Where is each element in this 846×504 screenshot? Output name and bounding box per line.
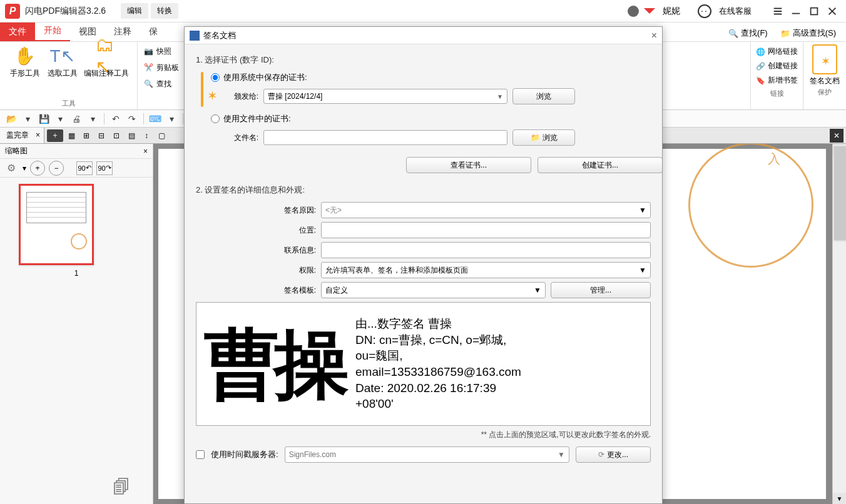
tab-tool-4[interactable]: ⊡ <box>110 129 123 143</box>
tab-tool-6[interactable]: ↕ <box>140 129 153 143</box>
bookmark-button[interactable]: 🔖新增书签 <box>756 73 798 88</box>
print-dropdown[interactable]: ▾ <box>85 112 100 126</box>
protect-group-label: 保护 <box>818 86 832 97</box>
template-value: 自定义 <box>325 285 348 296</box>
info-line1: 由...数字签名 曹操 <box>355 316 521 332</box>
tab-tool-1[interactable]: ▦ <box>64 129 78 143</box>
issued-to-label: 颁发给: <box>223 91 258 102</box>
wechat-icon[interactable] <box>628 6 639 17</box>
radio-system-cert[interactable]: 使用系统中保存的证书: <box>211 72 662 83</box>
close-button[interactable] <box>823 3 841 20</box>
dialog-icon <box>190 31 200 41</box>
thumb-settings-button[interactable]: ⚙ <box>4 161 19 176</box>
browse-system-button[interactable]: 浏览 <box>512 88 575 104</box>
menu-convert[interactable]: 转换 <box>151 3 178 19</box>
filename-input[interactable] <box>263 130 507 145</box>
dialog-title: 签名文档 <box>203 30 236 41</box>
view-cert-button[interactable]: 查看证书... <box>406 157 531 173</box>
snapshot-button[interactable]: 📷快照 <box>143 44 179 58</box>
adv-find-icon: 📁 <box>780 29 790 38</box>
timestamp-more-button[interactable]: ⟳ 更改... <box>576 446 651 463</box>
document-tab[interactable]: 盖完章 × <box>0 128 44 143</box>
sign-document-dialog: 签名文档 × 1. 选择证书 (数字 ID): 使用系统中保存的证书: 颁发给:… <box>184 26 663 504</box>
search-button[interactable]: 🔍查找 <box>143 77 179 91</box>
chevron-down-icon: ▼ <box>639 206 646 214</box>
rotate-right-button[interactable]: 90↷ <box>96 161 113 175</box>
step2-label: 2. 设置签名的详细信息和外观: <box>196 184 651 196</box>
vip-icon[interactable] <box>644 8 655 19</box>
radio-system-input[interactable] <box>211 73 220 82</box>
edit-annot-tool[interactable]: 🗂↖ 编辑注释工具 <box>84 44 129 98</box>
redo-button[interactable]: ↷ <box>125 112 140 126</box>
perm-select[interactable]: 允许填写表单、签名，注释和添加模板页面 ▼ <box>321 262 651 278</box>
tab-tool-3[interactable]: ⊟ <box>94 129 108 143</box>
undo-button[interactable]: ↶ <box>108 112 123 126</box>
tab-close-all[interactable]: ✕ <box>830 129 843 143</box>
contact-input[interactable] <box>321 242 651 258</box>
hamburger-button[interactable] <box>769 3 787 20</box>
rotate-left-button[interactable]: 90↶ <box>76 161 93 175</box>
manage-template-button[interactable]: 管理... <box>551 282 651 298</box>
save-dropdown[interactable]: ▾ <box>53 112 68 126</box>
support-label[interactable]: 在线客服 <box>719 6 752 17</box>
tab-close-button[interactable]: × <box>36 131 40 139</box>
clipboard-button[interactable]: ✂️剪贴板 <box>143 61 179 74</box>
select-tool[interactable]: T↖ 选取工具 <box>46 44 79 98</box>
panel-close-button[interactable]: × <box>143 147 148 156</box>
stamp-seal <box>688 144 813 268</box>
use-timestamp-checkbox[interactable] <box>196 450 205 459</box>
rotate-left-label: 90 <box>78 164 85 172</box>
vertical-scrollbar[interactable]: ▲ ▼ <box>832 144 846 504</box>
dialog-close-button[interactable]: × <box>651 30 657 41</box>
scroll-down[interactable]: ▼ <box>833 493 846 504</box>
print-button[interactable]: 🖨 <box>69 112 84 126</box>
tab-tool-2[interactable]: ⊞ <box>79 129 93 143</box>
certificate-icon <box>812 44 837 74</box>
perm-value: 允许填写表单、签名，注释和添加模板页面 <box>325 265 468 276</box>
menu-edit[interactable]: 编辑 <box>121 3 148 19</box>
scroll-thumb[interactable] <box>834 146 846 240</box>
hand-tool[interactable]: ✋ 手形工具 <box>9 44 41 98</box>
tab-file[interactable]: 文件 <box>0 23 35 41</box>
clipboard-label: 剪贴板 <box>156 63 179 73</box>
tab-tool-5[interactable]: ▤ <box>125 129 138 143</box>
timestamp-server-select[interactable]: SignFiles.com ▼ <box>285 446 569 463</box>
find-label: 查找(F) <box>741 28 768 39</box>
zoom-in-thumb[interactable]: + <box>30 161 45 176</box>
create-cert-button[interactable]: 创建证书... <box>538 157 662 173</box>
radio-file-input[interactable] <box>211 114 220 123</box>
adv-find-label: 高级查找(S) <box>793 28 836 39</box>
scan-dropdown[interactable]: ▾ <box>164 112 179 126</box>
browse-file-button[interactable]: 📁 浏览 <box>512 129 575 146</box>
reason-select[interactable]: <无> ▼ <box>321 202 651 218</box>
find-button[interactable]: 🔍 查找(F) <box>723 25 773 41</box>
tab-tool-7[interactable]: ▢ <box>155 129 168 143</box>
chevron-down-icon: ▼ <box>639 266 646 275</box>
open-dropdown[interactable]: ▾ <box>20 112 35 126</box>
tab-insert[interactable]: 保 <box>140 23 166 41</box>
support-icon[interactable] <box>698 4 711 18</box>
scissors-icon: ✂️ <box>143 62 154 73</box>
bookmark-icon: 🔖 <box>756 76 765 85</box>
web-link-button[interactable]: 🌐网络链接 <box>756 44 798 59</box>
browse-file-label: 浏览 <box>543 133 558 143</box>
location-input[interactable] <box>321 222 651 238</box>
template-select[interactable]: 自定义 ▼ <box>321 282 546 298</box>
scan-button[interactable]: ⌨ <box>148 112 163 126</box>
new-tab-button[interactable]: ＋ <box>47 129 63 142</box>
issued-to-select[interactable]: 曹操 [2024/12/4] ▼ <box>263 89 507 104</box>
radio-file-cert[interactable]: 使用文件中的证书: <box>211 113 662 124</box>
user-name[interactable]: 妮妮 <box>663 6 680 17</box>
thumb-settings-drop[interactable]: ▾ <box>23 164 26 173</box>
zoom-out-thumb[interactable]: − <box>49 161 64 176</box>
sign-doc-button[interactable]: 签名文档 <box>810 44 840 86</box>
save-button[interactable]: 💾 <box>36 112 51 126</box>
tab-start[interactable]: 开始 <box>35 21 70 41</box>
maximize-button[interactable] <box>805 3 823 20</box>
open-button[interactable]: 📂 <box>4 112 19 126</box>
adv-find-button[interactable]: 📁 高级查找(S) <box>775 25 841 41</box>
page-thumbnail[interactable] <box>19 184 94 265</box>
signature-preview[interactable]: 曹操 由...数字签名 曹操 DN: cn=曹操, c=CN, o=邺城, ou… <box>196 302 651 426</box>
create-link-button[interactable]: 🔗创建链接 <box>756 59 798 73</box>
minimize-button[interactable] <box>787 3 805 20</box>
